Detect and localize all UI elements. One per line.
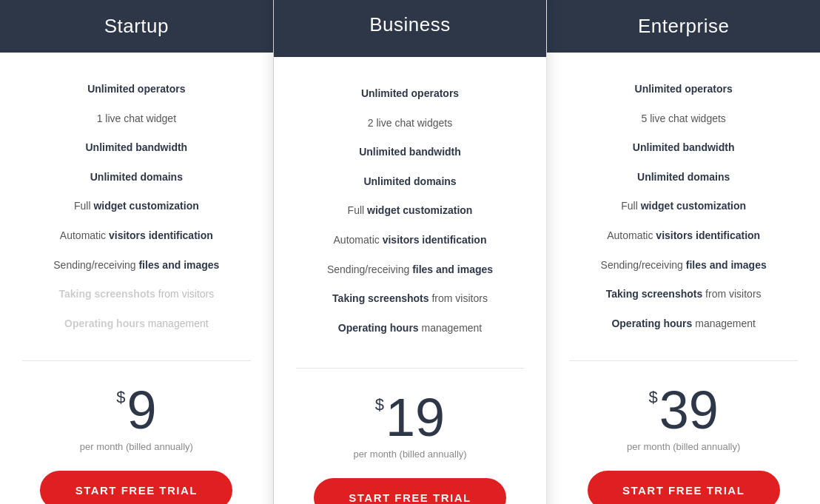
plan-header-startup: Startup (0, 0, 273, 53)
feature-item-enterprise-4: Full widget customization (562, 192, 805, 221)
price-display-business: $19 (281, 391, 540, 444)
cta-button-enterprise[interactable]: START FREE TRIAL (588, 471, 780, 504)
plan-cta-startup: START FREE TRIAL (0, 460, 273, 504)
plan-title-startup: Startup (7, 15, 266, 38)
price-dollar-startup: $ (116, 389, 125, 406)
feature-item-enterprise-8: Operating hours management (562, 309, 805, 339)
plan-pricing-business: $19per month (billed annually) (274, 376, 547, 467)
feature-item-startup-1: 1 live chat widget (15, 104, 258, 134)
feature-item-business-2: Unlimited bandwidth (289, 138, 532, 167)
price-period-business: per month (billed annually) (281, 448, 540, 460)
price-display-enterprise: $39 (554, 383, 813, 437)
feature-item-enterprise-3: Unlimited domains (562, 163, 805, 192)
feature-item-business-0: Unlimited operators (289, 79, 532, 109)
plan-pricing-enterprise: $39per month (billed annually) (547, 369, 820, 460)
plan-header-business: Business (274, 0, 547, 57)
feature-item-startup-3: Unlimited domains (15, 163, 258, 192)
feature-item-business-8: Operating hours management (289, 314, 532, 343)
feature-item-startup-7: Taking screenshots from visitors (15, 280, 258, 309)
feature-item-enterprise-5: Automatic visitors identification (562, 221, 805, 251)
feature-item-enterprise-0: Unlimited operators (562, 75, 805, 104)
plan-divider-business (296, 368, 525, 369)
feature-item-startup-6: Sending/receiving files and images (15, 251, 258, 280)
feature-item-startup-4: Full widget customization (15, 192, 258, 221)
feature-item-startup-8: Operating hours management (15, 309, 258, 339)
price-display-startup: $9 (7, 383, 266, 437)
plan-divider-startup (22, 360, 251, 361)
feature-item-business-6: Sending/receiving files and images (289, 255, 532, 285)
feature-item-startup-0: Unlimited operators (15, 75, 258, 104)
plan-features-enterprise: Unlimited operators5 live chat widgetsUn… (547, 53, 820, 353)
plan-features-startup: Unlimited operators1 live chat widgetUnl… (0, 53, 273, 353)
feature-item-business-1: 2 live chat widgets (289, 109, 532, 138)
feature-item-enterprise-1: 5 live chat widgets (562, 104, 805, 134)
plan-startup: StartupUnlimited operators1 live chat wi… (0, 0, 274, 504)
feature-item-business-4: Full widget customization (289, 196, 532, 226)
plan-cta-business: START FREE TRIAL (274, 467, 547, 504)
cta-button-business[interactable]: START FREE TRIAL (314, 478, 506, 504)
plan-business: BusinessUnlimited operators2 live chat w… (274, 0, 548, 504)
feature-item-startup-2: Unlimited bandwidth (15, 133, 258, 163)
plan-header-enterprise: Enterprise (547, 0, 820, 53)
price-period-startup: per month (billed annually) (7, 441, 266, 452)
plan-cta-enterprise: START FREE TRIAL (547, 460, 820, 504)
plan-pricing-startup: $9per month (billed annually) (0, 369, 273, 460)
feature-item-enterprise-7: Taking screenshots from visitors (562, 280, 805, 309)
price-amount-startup: 9 (127, 383, 156, 437)
price-dollar-business: $ (375, 397, 384, 413)
feature-item-startup-5: Automatic visitors identification (15, 221, 258, 251)
price-dollar-enterprise: $ (649, 389, 658, 406)
feature-item-business-5: Automatic visitors identification (289, 226, 532, 255)
feature-item-business-3: Unlimited domains (289, 167, 532, 197)
price-amount-business: 19 (386, 391, 445, 444)
plan-title-enterprise: Enterprise (554, 15, 813, 38)
plan-divider-enterprise (569, 360, 798, 361)
cta-button-startup[interactable]: START FREE TRIAL (40, 471, 232, 504)
plan-features-business: Unlimited operators2 live chat widgetsUn… (274, 57, 547, 360)
price-period-enterprise: per month (billed annually) (554, 441, 813, 452)
feature-item-enterprise-6: Sending/receiving files and images (562, 251, 805, 280)
price-amount-enterprise: 39 (659, 383, 719, 437)
plan-enterprise: EnterpriseUnlimited operators5 live chat… (547, 0, 820, 504)
plan-title-business: Business (281, 13, 540, 36)
feature-item-business-7: Taking screenshots from visitors (289, 284, 532, 314)
pricing-table: StartupUnlimited operators1 live chat wi… (0, 0, 820, 504)
feature-item-enterprise-2: Unlimited bandwidth (562, 133, 805, 163)
